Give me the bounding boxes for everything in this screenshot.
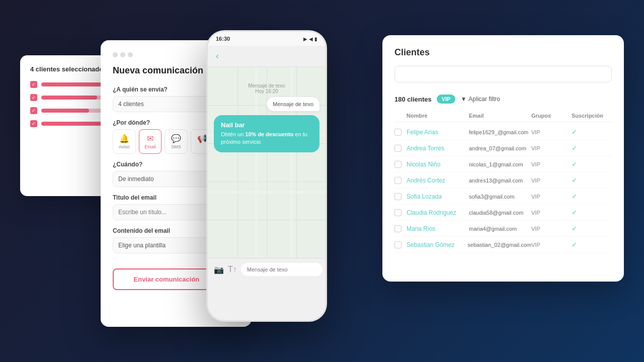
row-checkbox[interactable] [394, 145, 401, 152]
selected-bar-fill [41, 109, 89, 113]
client-group: VIP [531, 210, 572, 216]
client-name[interactable]: Claudia Rodriguez [407, 209, 469, 216]
table-body: Felipe Arias felipe1629_@gmail.com VIP ✓… [394, 124, 612, 253]
client-name[interactable]: Sofia Lozada [407, 193, 469, 200]
phone-message-input[interactable] [241, 263, 323, 276]
client-email: nicolas_1@gmail.com [469, 161, 531, 167]
selected-checkbox[interactable] [30, 81, 37, 88]
dot-yellow [120, 52, 125, 57]
subscription-check: ✓ [572, 193, 612, 200]
row-checkbox[interactable] [394, 161, 401, 168]
subscription-check: ✓ [572, 160, 612, 168]
table-row: Maria Rios maria4@gmail.com VIP ✓ [394, 221, 612, 237]
filter-row: 180 clientes VIP ▼ Aplicar filtro [394, 95, 612, 104]
selected-bar-fill [41, 96, 97, 100]
client-group: VIP [531, 129, 572, 135]
promo-bubble: Nail bar Obtén un 10% de descuento en tu… [214, 115, 319, 152]
message-timestamp: Mensaje de texo Hoy 16:20 [208, 83, 326, 94]
scene: Clientes 180 clientes VIP ▼ Aplicar filt… [20, 30, 624, 332]
table-row: Claudia Rodriguez claudia58@gmail.com VI… [394, 205, 612, 221]
subscription-check: ✓ [572, 176, 612, 184]
client-email: felipe1629_@gmail.com [469, 129, 531, 135]
search-wrapper [394, 66, 612, 88]
search-input[interactable] [394, 66, 612, 82]
clientes-title: Clientes [394, 47, 612, 58]
client-email: maria4@gmail.com [469, 226, 531, 232]
panel-phone: 16:30 ▶ ◀ ▮ ‹ [206, 30, 327, 322]
channel-sms[interactable]: 💬 SMS [165, 129, 188, 154]
client-group: VIP [531, 194, 572, 200]
dot-red [113, 52, 118, 57]
dot-green [128, 52, 133, 57]
row-checkbox[interactable] [394, 209, 401, 216]
row-checkbox[interactable] [394, 193, 401, 200]
table-row: Felipe Arias felipe1629_@gmail.com VIP ✓ [394, 124, 612, 140]
client-email: andres13@gmail.com [469, 177, 531, 184]
vip-badge[interactable]: VIP [437, 95, 456, 104]
outgoing-message: Mensaje de texo [208, 97, 326, 111]
message-bubble: Mensaje de texo [267, 97, 319, 111]
phone-header: ‹ [208, 46, 326, 67]
selected-checkbox[interactable] [30, 120, 37, 127]
client-email: claudia58@gmail.com [469, 210, 531, 216]
subscription-check: ✓ [572, 128, 612, 136]
battery-icon: ▮ [314, 36, 317, 42]
subscription-check: ✓ [572, 144, 612, 152]
row-checkbox[interactable] [394, 129, 401, 136]
table-header: Nombre Email Grupos Suscripción [394, 110, 612, 122]
signal-icon: ▶ [303, 36, 307, 42]
wifi-icon: ◀ [309, 36, 313, 42]
client-count: 180 clientes [394, 96, 432, 103]
client-name[interactable]: Andrés Cortez [407, 177, 469, 184]
client-name[interactable]: Andrea Torres [407, 145, 469, 152]
row-checkbox[interactable] [394, 177, 401, 184]
client-email: sebastian_02@gmail.com [467, 242, 531, 248]
phone-input-bar: 📷 T↑ + [208, 258, 326, 281]
client-email: andrea_07@gmail.com [469, 145, 531, 151]
client-group: VIP [531, 242, 572, 248]
filter-button[interactable]: ▼ Aplicar filtro [460, 96, 500, 103]
table-row: Andrea Torres andrea_07@gmail.com VIP ✓ [394, 140, 612, 156]
email-icon: ✉ [147, 134, 153, 143]
channel-aviso[interactable]: 🔔 Aviso [113, 129, 136, 154]
table-row: Andrés Cortez andres13@gmail.com VIP ✓ [394, 172, 612, 189]
phone-time: 16:30 [216, 36, 230, 42]
send-button[interactable]: Enviar comunicación [113, 268, 220, 290]
panel-clientes: Clientes 180 clientes VIP ▼ Aplicar filt… [382, 35, 624, 282]
promo-text: Obtén un 10% de descuento en tu próximo … [221, 131, 312, 146]
selected-checkbox[interactable] [30, 94, 37, 101]
table-row: Sofia Lozada sofia3@gmail.com VIP ✓ [394, 189, 612, 205]
phone-chat-content: Mensaje de texo Hoy 16:20 Mensaje de tex… [208, 67, 326, 258]
subscription-check: ✓ [572, 209, 612, 216]
table-row: Nicolas Niño nicolas_1@gmail.com VIP ✓ [394, 156, 612, 172]
channel-email[interactable]: ✉ Email [139, 129, 162, 154]
client-name[interactable]: Sebastian Gómez [407, 241, 467, 248]
table-row: Sebastian Gómez sebastian_02@gmail.com V… [394, 237, 612, 253]
client-group: VIP [531, 161, 572, 167]
client-email: sofia3@gmail.com [469, 194, 531, 200]
subscription-check: ✓ [572, 241, 612, 248]
sms-icon: 💬 [171, 134, 181, 143]
client-name[interactable]: Felipe Arias [407, 129, 469, 136]
client-group: VIP [531, 145, 572, 151]
client-name[interactable]: Nicolas Niño [407, 161, 469, 168]
selected-bar-fill [41, 122, 105, 126]
selected-bar-fill [41, 82, 109, 86]
extra1-icon: 📢 [197, 134, 207, 143]
aviso-icon: 🔔 [119, 134, 129, 143]
phone-send-button[interactable]: + [327, 262, 327, 277]
phone-status-bar: 16:30 ▶ ◀ ▮ [208, 32, 326, 46]
send-icon: + [327, 265, 327, 274]
text-format-icon[interactable]: T↑ [228, 265, 237, 274]
attach-icon[interactable]: 📷 [214, 265, 224, 275]
client-name[interactable]: Maria Rios [407, 225, 469, 232]
row-checkbox[interactable] [394, 225, 401, 232]
back-arrow-icon[interactable]: ‹ [216, 51, 219, 61]
client-group: VIP [531, 226, 572, 232]
client-group: VIP [531, 177, 572, 184]
filter-icon: ▼ [460, 96, 466, 103]
selected-checkbox[interactable] [30, 107, 37, 114]
row-checkbox[interactable] [394, 241, 401, 248]
phone-status-icons: ▶ ◀ ▮ [303, 36, 317, 42]
subscription-check: ✓ [572, 225, 612, 232]
